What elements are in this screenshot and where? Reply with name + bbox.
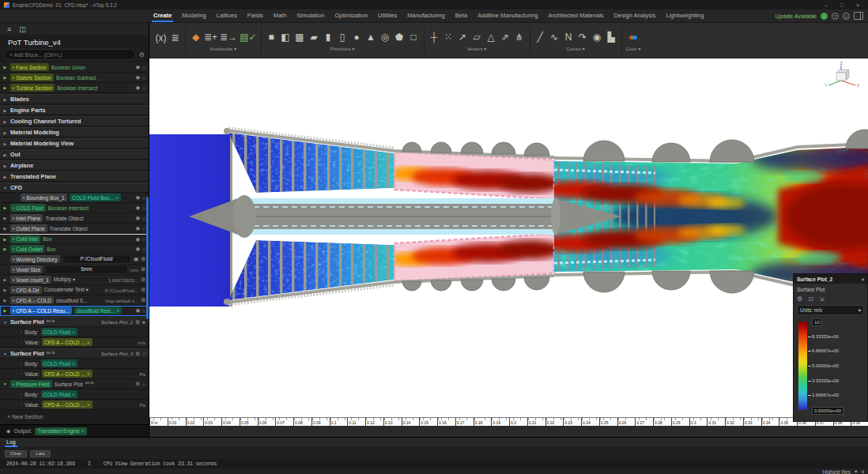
block-row[interactable]: ▼CFD — [0, 182, 149, 193]
function-icon[interactable]: (x) — [155, 30, 167, 45]
gear-icon[interactable]: ⚙ — [141, 266, 145, 273]
spline-icon[interactable]: ∿ — [549, 30, 560, 45]
expand-icon[interactable]: ▶ — [2, 108, 8, 113]
visibility-icon[interactable]: ◉ — [135, 85, 140, 91]
expand-icon[interactable]: ▶ — [2, 288, 8, 292]
expand-icon[interactable]: ▶ — [2, 216, 8, 220]
menu-tab-beta[interactable]: Beta — [454, 9, 469, 22]
notebook-check-icon[interactable]: ▤✓ — [240, 30, 256, 45]
block-chip[interactable]: ▾Stators Section — [10, 73, 54, 81]
solo-icon[interactable]: ○ — [142, 308, 145, 314]
point-cloud-icon[interactable]: ⁙ — [443, 30, 455, 45]
update-available-link[interactable]: Update Available — [776, 13, 817, 19]
expand-icon[interactable]: ▶ — [2, 75, 8, 80]
help-icon[interactable]: ? — [832, 13, 839, 20]
gear-icon[interactable]: ⚙ — [141, 276, 145, 283]
notebook-part-icon[interactable]: ◆ — [190, 30, 202, 45]
account-icon[interactable]: ☺ — [843, 13, 850, 20]
sheared-box-icon[interactable]: ▰ — [308, 30, 320, 45]
visibility-icon[interactable]: ◉ — [135, 236, 140, 243]
close-button[interactable]: × — [851, 2, 864, 8]
menu-tab-simulation[interactable]: Simulation — [295, 9, 326, 22]
menu-tab-math[interactable]: Math — [272, 9, 289, 22]
gear-icon[interactable]: ⚙ — [135, 319, 140, 325]
settings-gear-icon[interactable]: ⚙ — [139, 51, 145, 58]
block-row[interactable]: ▶▾Fans SectionBoolean Union◉○ — [0, 62, 149, 73]
visibility-icon[interactable]: ◉ — [135, 194, 140, 201]
layout-icon[interactable] — [854, 12, 863, 20]
visibility-icon[interactable]: ◉ — [135, 225, 140, 231]
ref-chip[interactable]: COLD Fluid× — [41, 390, 77, 398]
line-icon[interactable]: ╱ — [534, 30, 546, 45]
collapse-icon[interactable]: ▼ — [2, 352, 8, 356]
expand-icon[interactable]: ▶ — [2, 164, 8, 168]
ref-chip[interactable]: CFD A – COLD ...× — [42, 401, 92, 408]
remove-icon[interactable]: × — [72, 361, 75, 367]
resolution-dropdown[interactable]: Highest Res — [823, 469, 851, 474]
expand-icon[interactable]: ▶ — [2, 97, 8, 102]
cylinder-icon[interactable]: ▮ — [323, 30, 334, 45]
solo-icon[interactable]: ○ — [142, 216, 145, 221]
new-section-button[interactable]: + New Section — [0, 412, 149, 422]
pentagon-icon[interactable]: ⬟ — [394, 30, 406, 45]
export-list-icon[interactable]: ≣→ — [220, 30, 237, 45]
menu-tab-create[interactable]: Create — [152, 9, 173, 22]
block-row[interactable]: ▫Value:CFD A – COLD ...×Pa — [0, 369, 149, 379]
block-chip[interactable]: ▾Cold Inlet — [10, 235, 40, 243]
solo-icon[interactable]: ○ — [142, 236, 145, 242]
ref-chip[interactable]: CFD A – COLD ...× — [42, 370, 92, 378]
block-chip[interactable]: ▾Inlet Plane — [10, 214, 43, 222]
ray-icon[interactable]: ⇗ — [500, 30, 511, 45]
remove-icon[interactable]: × — [81, 428, 85, 434]
ref-chip[interactable]: COLD Fluid Bou...× — [70, 194, 121, 201]
remove-icon[interactable]: × — [72, 392, 75, 397]
output-chip[interactable]: Translated Engine × — [35, 427, 86, 435]
collapse-icon[interactable]: ▼ — [2, 186, 8, 190]
block-row[interactable]: ▶▾Cold OutletBox◉○ — [0, 244, 149, 254]
arc-icon[interactable]: ↷ — [577, 30, 589, 45]
plane-icon[interactable]: ▱ — [471, 30, 483, 45]
block-row[interactable]: ▶Material Modeling View — [0, 138, 149, 149]
gear-icon[interactable]: ⚙ — [141, 287, 145, 293]
expand-icon[interactable]: ▶ — [2, 226, 8, 231]
solo-icon[interactable]: ○ — [142, 205, 145, 211]
plane-normal-icon[interactable]: △ — [485, 30, 497, 45]
panel-toggle-icon[interactable]: ◫ — [19, 25, 26, 33]
menu-icon[interactable]: ≡ — [7, 25, 11, 33]
toolbar-group-label[interactable]: Notebooks ▾ — [210, 46, 236, 51]
block-row[interactable]: ▶Cooling Channel Tortured — [0, 116, 149, 126]
chevron-down-icon[interactable]: ▾ — [862, 276, 864, 282]
expand-icon[interactable]: ▶ — [2, 237, 8, 242]
add-block-input[interactable]: + Add Block... (Ctrl+L) — [4, 49, 136, 60]
menu-tab-lattices[interactable]: Lattices — [215, 9, 239, 22]
maximize-button[interactable]: □ — [836, 2, 848, 8]
collapse-log-icon[interactable]: ∨ — [861, 468, 865, 474]
block-chip[interactable]: ▾Pressure Field — [10, 380, 52, 388]
add-list-icon[interactable]: ≣+ — [204, 30, 217, 45]
gear-icon[interactable]: ⚙ — [135, 351, 140, 357]
menu-tab-lightweighting[interactable]: Lightweighting — [665, 9, 706, 22]
menu-tab-additive-manufacturing[interactable]: Additive Manufacturing — [476, 9, 539, 22]
block-chip[interactable]: ▾Fans Section — [10, 63, 49, 71]
visibility-icon[interactable]: ◉ — [135, 307, 140, 314]
block-chip[interactable]: ▾Cold Outlet — [10, 245, 44, 253]
last-button[interactable]: Last — [30, 450, 50, 457]
visibility-icon[interactable]: ◉ — [135, 74, 140, 81]
block-row[interactable]: ▶▾CFD A – COLDcloudfluid S...ntop-defaul… — [0, 295, 149, 306]
expand-icon[interactable]: ▶ — [2, 205, 8, 210]
solo-icon[interactable]: ○ — [142, 65, 145, 70]
expand-icon[interactable]: ▶ — [2, 65, 8, 70]
block-row[interactable]: ▶▾Voxel count_1Multiply ▾1.66672E03...⚙ — [0, 275, 149, 285]
block-row[interactable]: ▫Value:CFD A – COLD ...×Pa — [0, 400, 149, 410]
block-row[interactable]: ▫Value:CFD A – COLD ...×m/s — [0, 337, 149, 348]
block-chip[interactable]: ▾Bounding Box_1 — [21, 194, 67, 201]
capsule-icon[interactable]: ▯ — [337, 30, 349, 45]
expand-icon[interactable]: ▶ — [2, 130, 8, 135]
block-row[interactable]: ▫Body:COLD Fluid× — [0, 359, 149, 369]
gear-icon[interactable]: ⚙ — [135, 381, 140, 387]
viewport-3d[interactable]: Z X Y 0 m0.010.020.030.040.050.060.070.0… — [149, 58, 868, 437]
visibility-icon[interactable]: ◉ — [135, 215, 140, 221]
visibility-icon[interactable]: ◉ — [135, 205, 140, 211]
block-row[interactable]: ▾Bounding Box_1COLD Fluid Bou...×◉○ — [0, 193, 149, 203]
block-chip[interactable]: ▾Voxel Size — [10, 265, 43, 273]
